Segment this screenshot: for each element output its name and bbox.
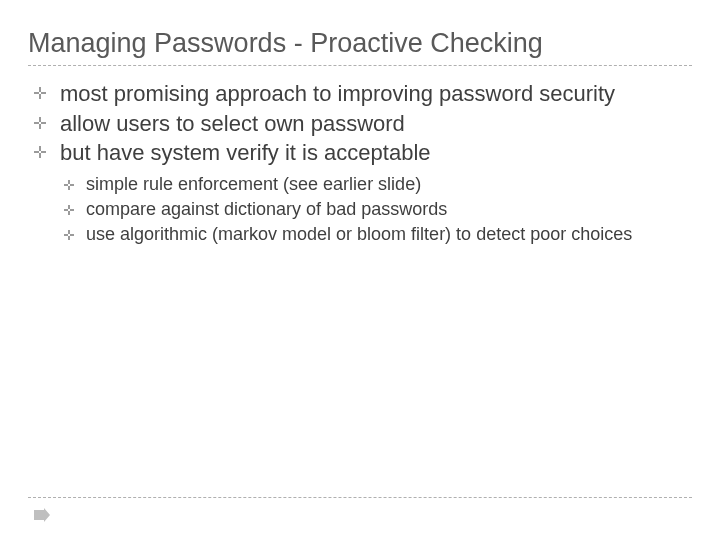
sub-bullet-list: simple rule enforcement (see earlier sli…	[28, 173, 692, 247]
list-item: but have system verify it is acceptable	[34, 139, 692, 167]
svg-marker-0	[34, 508, 50, 522]
next-arrow-icon	[34, 508, 50, 522]
slide: Managing Passwords - Proactive Checking …	[0, 0, 720, 247]
bullet-text: allow users to select own password	[60, 111, 405, 136]
bullet-text: use algorithmic (markov model or bloom f…	[86, 224, 632, 244]
list-item: simple rule enforcement (see earlier sli…	[64, 173, 692, 196]
main-bullet-list: most promising approach to improving pas…	[28, 80, 692, 167]
list-item: use algorithmic (markov model or bloom f…	[64, 223, 692, 246]
slide-title: Managing Passwords - Proactive Checking	[28, 28, 692, 59]
list-item: allow users to select own password	[34, 110, 692, 138]
bullet-text: but have system verify it is acceptable	[60, 140, 431, 165]
title-divider	[28, 65, 692, 66]
list-item: most promising approach to improving pas…	[34, 80, 692, 108]
bullet-text: most promising approach to improving pas…	[60, 81, 615, 106]
list-item: compare against dictionary of bad passwo…	[64, 198, 692, 221]
bullet-text: compare against dictionary of bad passwo…	[86, 199, 447, 219]
footer-divider	[28, 497, 692, 498]
bullet-text: simple rule enforcement (see earlier sli…	[86, 174, 421, 194]
